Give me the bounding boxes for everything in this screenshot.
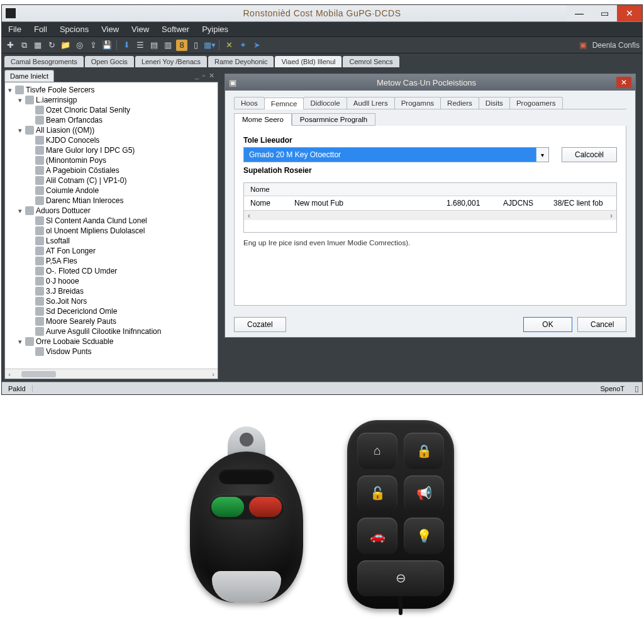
badge-icon[interactable]: 8 bbox=[176, 40, 187, 51]
tree-item[interactable]: O-. Floted CD Umder bbox=[26, 266, 216, 276]
pane-minimize-icon[interactable]: _ bbox=[195, 72, 199, 80]
scroll-right-icon[interactable]: › bbox=[209, 370, 218, 378]
menu-view[interactable]: View bbox=[95, 22, 125, 36]
dialog-tab[interactable]: Femnce bbox=[264, 97, 304, 109]
tree-hscrollbar[interactable]: ‹ › bbox=[5, 369, 218, 379]
expand-icon[interactable]: ▾ bbox=[16, 96, 23, 104]
list-view[interactable]: Nome Nome New mout Fub 1.680,001 AJDCN bbox=[243, 182, 617, 233]
combo-box[interactable]: Gmado 20 M Key Otoecttor ▾ bbox=[243, 147, 549, 162]
tree-view[interactable]: ▾Tisvfe Foole Sercers▾L.iaerrinsigpOzet … bbox=[4, 82, 218, 379]
status-tray-icon[interactable]: ▯ bbox=[631, 384, 642, 393]
menu-view[interactable]: View bbox=[125, 22, 155, 36]
dialog-tab[interactable]: Progamns bbox=[394, 97, 441, 109]
grid-icon[interactable]: ▦ bbox=[32, 40, 43, 51]
export-icon[interactable]: ⇪ bbox=[87, 40, 99, 51]
toolbar-right-label[interactable]: Deenla Confis bbox=[592, 41, 640, 50]
tree-item[interactable]: ▾Tisvfe Foole Sercers bbox=[6, 85, 216, 95]
dropdown-icon[interactable]: ▦▾ bbox=[204, 40, 215, 51]
doctab[interactable]: Viaed (Bld) Illenul bbox=[275, 56, 341, 67]
tree-item[interactable]: A Pagebioin Cöstiales bbox=[26, 165, 216, 175]
tree-item[interactable]: Alil Cotnam (C) | VP1-0) bbox=[26, 175, 216, 186]
scroll-thumb[interactable] bbox=[21, 371, 56, 377]
tree-item[interactable]: ▾L.iaerrinsigp bbox=[16, 95, 216, 105]
tree-item[interactable]: Darenc Mtian Inleroces bbox=[26, 196, 216, 206]
col-header[interactable] bbox=[440, 183, 497, 196]
menu-softwer[interactable]: Softwer bbox=[155, 22, 196, 36]
doctab[interactable]: Rame Deyohonic bbox=[208, 56, 274, 67]
expand-icon[interactable]: ▾ bbox=[6, 86, 13, 94]
doctab[interactable]: Cemrol Sencs bbox=[343, 56, 399, 67]
dialog-subtab[interactable]: Posarmnice Progralh bbox=[292, 113, 375, 126]
col-header[interactable] bbox=[288, 183, 440, 196]
scroll-right-icon[interactable]: › bbox=[606, 211, 616, 220]
tree-item[interactable]: 0·J hoooe bbox=[26, 276, 216, 286]
menu-foll[interactable]: Foll bbox=[28, 22, 53, 36]
doctab[interactable]: Camal Besogroments bbox=[4, 56, 84, 67]
tree-item[interactable]: ol Unoent Mipliens Dulolascel bbox=[26, 226, 216, 236]
dialog-subtab[interactable]: Mome Seero bbox=[234, 113, 292, 126]
tree-item[interactable]: Visdow Punts bbox=[26, 347, 216, 357]
tree-item[interactable]: Sl Content Aanda Clund Lonel bbox=[26, 216, 216, 226]
cozel-button[interactable]: Cozatel bbox=[234, 317, 286, 332]
tree-item[interactable]: Sd Decericlond Omle bbox=[26, 306, 216, 316]
tree-item[interactable]: 3.J Breidas bbox=[26, 286, 216, 296]
copy-icon[interactable]: ⧉ bbox=[18, 40, 30, 51]
menu-pyipies[interactable]: Pyipies bbox=[196, 22, 235, 36]
pane-close-icon[interactable]: ✕ bbox=[209, 72, 214, 80]
tree-item[interactable]: P,5A Fles bbox=[26, 256, 216, 266]
dialog-tab[interactable]: Didlocole bbox=[303, 97, 347, 109]
cancel-button[interactable]: Cancel bbox=[577, 317, 626, 332]
list-hscrollbar[interactable]: ‹ › bbox=[244, 210, 616, 220]
expand-icon[interactable]: ▾ bbox=[16, 126, 23, 135]
nav-icon[interactable]: ➤ bbox=[251, 40, 262, 51]
maximize-button[interactable]: ▭ bbox=[592, 5, 617, 21]
menu-file[interactable]: File bbox=[2, 22, 28, 36]
tree-item[interactable]: Beam Orfancdas bbox=[26, 115, 216, 125]
col-header[interactable] bbox=[497, 183, 547, 196]
dialog-tab[interactable]: Rediers bbox=[440, 97, 479, 109]
close-button[interactable]: ✕ bbox=[617, 5, 642, 21]
dialog-tab[interactable]: Progoamers bbox=[509, 97, 563, 109]
list-icon[interactable]: ☰ bbox=[135, 40, 146, 51]
tree-item[interactable]: ▾Orre Loobaie Scduable bbox=[16, 336, 216, 347]
layout-icon[interactable]: ▥ bbox=[162, 40, 174, 51]
tree-item[interactable]: KJDO Conocels bbox=[26, 135, 216, 145]
calculate-button[interactable]: Calcocèl bbox=[562, 147, 617, 162]
col-header[interactable]: Nome bbox=[244, 183, 288, 196]
tree-item[interactable]: ▾Aduors Dottucer bbox=[16, 206, 216, 216]
doctab[interactable]: Leneri Yoy /Benacs bbox=[135, 56, 207, 67]
ok-button[interactable]: OK bbox=[523, 317, 572, 332]
remove-icon[interactable]: ✕ bbox=[223, 40, 235, 51]
settings-icon[interactable]: ▣ bbox=[577, 40, 589, 51]
scroll-left-icon[interactable]: ‹ bbox=[244, 211, 254, 220]
columns-icon[interactable]: ▯ bbox=[190, 40, 201, 51]
minimize-button[interactable]: — bbox=[567, 5, 592, 21]
add-icon[interactable]: ✦ bbox=[237, 40, 248, 51]
new-icon[interactable]: ✚ bbox=[4, 40, 16, 51]
pane-tab[interactable]: Dame Inielct bbox=[4, 70, 54, 82]
col-header[interactable] bbox=[547, 183, 616, 196]
table-icon[interactable]: ▤ bbox=[148, 40, 160, 51]
download-icon[interactable]: ⬇ bbox=[121, 40, 132, 51]
combo-value[interactable]: Gmado 20 M Key Otoecttor bbox=[243, 147, 536, 162]
dialog-tab[interactable]: Hoos bbox=[234, 97, 265, 109]
tree-item[interactable]: (Minontomin Poys bbox=[26, 155, 216, 165]
tree-item[interactable]: AT Fon Longer bbox=[26, 246, 216, 256]
table-row[interactable]: Nome New mout Fub 1.680,001 AJDCNS 38/EC… bbox=[244, 196, 616, 210]
tree-item[interactable]: Lsoftall bbox=[26, 236, 216, 246]
dialog-tab[interactable]: Audll Lrers bbox=[347, 97, 395, 109]
folder-icon[interactable]: 📁 bbox=[60, 40, 71, 51]
doctab[interactable]: Open Gocis bbox=[85, 56, 134, 67]
combo-chevron-icon[interactable]: ▾ bbox=[536, 147, 549, 162]
pane-restore-icon[interactable]: ▫ bbox=[203, 72, 205, 80]
tree-item[interactable]: ▾All Liasion ((OM)) bbox=[16, 125, 216, 135]
tree-item[interactable]: Aurve Asgulil Cilootike Inifnncation bbox=[26, 326, 216, 336]
tree-item[interactable]: Mare Gulor lory I DPC G5) bbox=[26, 145, 216, 155]
target-icon[interactable]: ◎ bbox=[74, 40, 85, 51]
menu-spcions[interactable]: Spcions bbox=[53, 22, 95, 36]
tree-item[interactable]: Ozet Clnoric Datal Senlty bbox=[26, 105, 216, 115]
expand-icon[interactable]: ▾ bbox=[16, 338, 23, 346]
expand-icon[interactable]: ▾ bbox=[16, 207, 23, 215]
tree-item[interactable]: Coiumle Andole bbox=[26, 186, 216, 196]
refresh-icon[interactable]: ↻ bbox=[46, 40, 57, 51]
